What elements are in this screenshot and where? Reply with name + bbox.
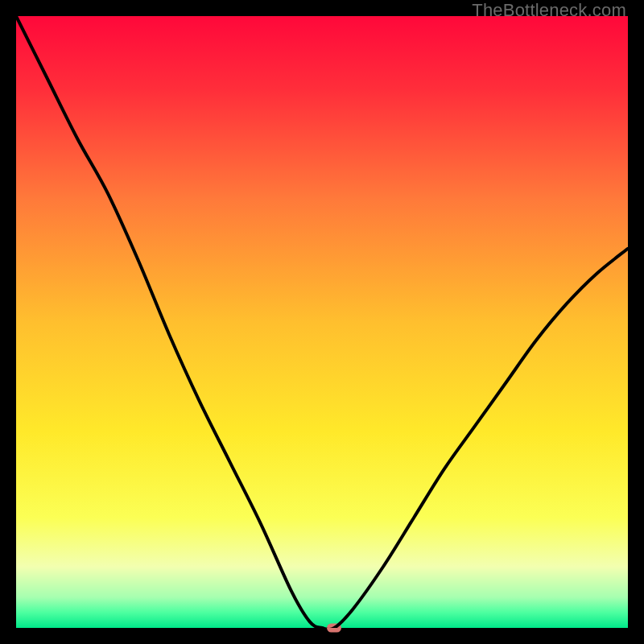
bottleneck-curve: [16, 16, 628, 628]
curve-path: [16, 16, 628, 628]
chart-frame: TheBottleneck.com: [0, 0, 644, 644]
watermark-text: TheBottleneck.com: [472, 0, 626, 21]
plot-area: [16, 16, 628, 628]
